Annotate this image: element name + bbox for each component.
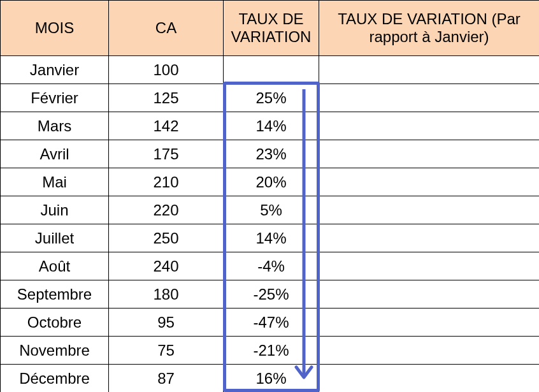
cell-ca: 95 (109, 309, 224, 337)
cell-ca: 87 (109, 365, 224, 393)
col-header-ca: CA (109, 1, 224, 56)
cell-mois: Octobre (1, 309, 109, 337)
cell-ca: 142 (109, 112, 224, 140)
cell-taux-janv (319, 309, 540, 337)
cell-mois: Juillet (1, 224, 109, 252)
table-row: Décembre 87 16% (1, 365, 540, 393)
col-header-taux: TAUX DE VARIATION (224, 1, 319, 56)
cell-ca: 175 (109, 140, 224, 168)
cell-ca: 220 (109, 196, 224, 224)
table-row: Novembre 75 -21% (1, 337, 540, 365)
cell-taux-janv (319, 84, 540, 112)
cell-taux: -25% (224, 280, 319, 309)
cell-ca: 100 (109, 56, 224, 84)
cell-taux-janv (319, 252, 540, 280)
cell-mois: Novembre (1, 337, 109, 365)
cell-ca: 75 (109, 337, 224, 365)
cell-taux: -21% (224, 337, 319, 365)
cell-taux-janv (319, 168, 540, 196)
cell-taux: 20% (224, 168, 319, 196)
cell-mois: Décembre (1, 365, 109, 393)
cell-ca: 210 (109, 168, 224, 196)
table-row: Février 125 25% (1, 84, 540, 112)
col-header-mois: MOIS (1, 1, 109, 56)
cell-taux: -4% (224, 252, 319, 280)
cell-taux: 16% (224, 365, 319, 393)
table-row: Juin 220 5% (1, 196, 540, 224)
cell-taux-janv (319, 337, 540, 365)
cell-taux-janv (319, 365, 540, 393)
cell-taux: -47% (224, 309, 319, 337)
cell-taux: 23% (224, 140, 319, 168)
cell-taux (224, 56, 319, 84)
cell-ca: 125 (109, 84, 224, 112)
table-row: Août 240 -4% (1, 252, 540, 280)
table-row: Mai 210 20% (1, 168, 540, 196)
cell-ca: 250 (109, 224, 224, 252)
cell-taux-janv (319, 196, 540, 224)
table-row: Janvier 100 (1, 56, 540, 84)
cell-taux: 14% (224, 112, 319, 140)
cell-mois: Janvier (1, 56, 109, 84)
cell-mois: Avril (1, 140, 109, 168)
cell-taux: 25% (224, 84, 319, 112)
cell-taux-janv (319, 112, 540, 140)
table-row: Mars 142 14% (1, 112, 540, 140)
cell-taux-janv (319, 224, 540, 252)
table-row: Octobre 95 -47% (1, 309, 540, 337)
table-header-row: MOIS CA TAUX DE VARIATION TAUX DE VARIAT… (1, 1, 540, 56)
table-row: Avril 175 23% (1, 140, 540, 168)
cell-mois: Mars (1, 112, 109, 140)
table-row: Juillet 250 14% (1, 224, 540, 252)
cell-mois: Septembre (1, 280, 109, 309)
cell-ca: 240 (109, 252, 224, 280)
cell-mois: Mai (1, 168, 109, 196)
cell-mois: Juin (1, 196, 109, 224)
cell-taux: 14% (224, 224, 319, 252)
cell-taux-janv (319, 140, 540, 168)
data-table: MOIS CA TAUX DE VARIATION TAUX DE VARIAT… (0, 0, 539, 392)
cell-taux: 5% (224, 196, 319, 224)
table-row: Septembre 180 -25% (1, 280, 540, 309)
col-header-taux-janvier: TAUX DE VARIATION (Par rapport à Janvier… (319, 1, 540, 56)
cell-taux-janv (319, 280, 540, 309)
cell-mois: Février (1, 84, 109, 112)
cell-taux-janv (319, 56, 540, 84)
cell-ca: 180 (109, 280, 224, 309)
cell-mois: Août (1, 252, 109, 280)
